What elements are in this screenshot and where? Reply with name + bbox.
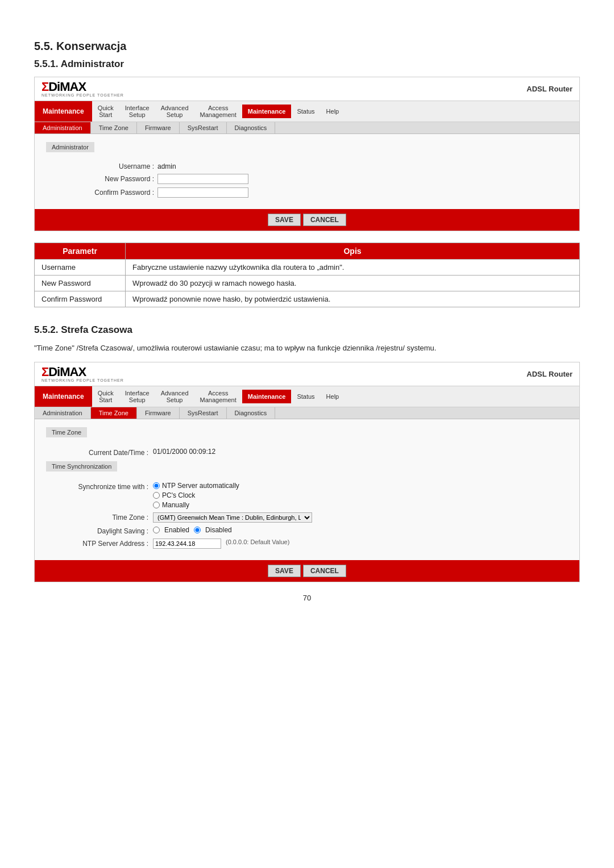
tz-nav-maintenance-label[interactable]: Maintenance bbox=[35, 386, 92, 407]
tz-sub-nav-administration[interactable]: Administration bbox=[35, 407, 91, 419]
nav-advanced-bottom: Setup bbox=[161, 111, 189, 118]
nav-advanced-top: Advanced bbox=[161, 105, 189, 111]
tz-daylight-enabled-radio[interactable] bbox=[153, 527, 160, 533]
tz-sync-radio-group: NTP Server automatically PC's Clock Manu… bbox=[153, 482, 239, 509]
logo-sub: NETWORKING PEOPLE TOGETHER bbox=[42, 93, 124, 97]
nav-items: Quick Start Interface Setup Advanced Set… bbox=[92, 101, 579, 122]
tz-daylight-disabled-label: Disabled bbox=[205, 526, 232, 534]
sub-nav-time-zone[interactable]: Time Zone bbox=[91, 122, 137, 133]
tz-timezone-label: Time Zone : bbox=[57, 512, 148, 521]
section-heading-55: 5.5. Konserwacja bbox=[34, 40, 580, 53]
sub-nav-firmware[interactable]: Firmware bbox=[137, 122, 180, 133]
tz-logo-sub: NETWORKING PEOPLE TOGETHER bbox=[42, 378, 124, 382]
tz-adsl-label: ADSL Router bbox=[526, 370, 572, 378]
admin-section-label: Administrator bbox=[46, 142, 94, 152]
nav-status-top: Status bbox=[297, 108, 314, 115]
tz-timezone-row: Time Zone : (GMT) Greenwich Mean Time : … bbox=[57, 512, 568, 523]
nav-maintenance-label[interactable]: Maintenance bbox=[35, 101, 92, 122]
tz-logo-sigma: Σ bbox=[42, 365, 48, 379]
nav-maintenance[interactable]: Maintenance bbox=[242, 105, 292, 118]
tz-nav-interface-setup[interactable]: Interface Setup bbox=[119, 386, 155, 407]
confirm-password-row: Confirm Password : bbox=[80, 187, 568, 198]
new-password-row: New Password : bbox=[80, 174, 568, 184]
param-confirm-password: Confirm Password bbox=[35, 291, 126, 307]
tz-ntp-label: NTP Server automatically bbox=[162, 482, 239, 490]
tz-pc-clock-label: PC's Clock bbox=[162, 491, 195, 499]
tz-manually-radio[interactable] bbox=[153, 502, 160, 508]
edimax-logo: ΣDiMAX NETWORKING PEOPLE TOGETHER bbox=[42, 81, 124, 97]
tz-timezone-select[interactable]: (GMT) Greenwich Mean Time : Dublin, Edin… bbox=[153, 512, 312, 523]
tz-logo-main: ΣDiMAX bbox=[42, 366, 124, 378]
tz-daylight-label: Daylight Saving : bbox=[57, 526, 148, 535]
nav-status[interactable]: Status bbox=[291, 105, 320, 118]
admin-nav-bar: Maintenance Quick Start Interface Setup … bbox=[35, 101, 579, 122]
tz-ntp-radio[interactable] bbox=[153, 482, 160, 489]
table-row: Username Fabryczne ustawienie nazwy użyt… bbox=[35, 260, 580, 276]
tz-cancel-button[interactable]: CANCEL bbox=[303, 565, 346, 577]
tz-sub-nav-time-zone[interactable]: Time Zone bbox=[91, 407, 137, 419]
tz-daylight-row: Daylight Saving : Enabled Disabled bbox=[57, 526, 568, 535]
tz-current-datetime-label: Current Date/Time : bbox=[57, 448, 148, 457]
admin-panel-body: Administrator Username : admin New Passw… bbox=[35, 134, 579, 209]
timezone-router-panel: ΣDiMAX NETWORKING PEOPLE TOGETHER ADSL R… bbox=[34, 362, 580, 582]
admin-button-bar: SAVE CANCEL bbox=[35, 209, 579, 231]
nav-quick-start-top: Quick bbox=[98, 105, 114, 111]
admin-sub-nav: Administration Time Zone Firmware SysRes… bbox=[35, 122, 579, 134]
tz-router-header: ΣDiMAX NETWORKING PEOPLE TOGETHER ADSL R… bbox=[35, 362, 579, 386]
tz-section-label: Time Zone bbox=[46, 427, 87, 437]
admin-cancel-button[interactable]: CANCEL bbox=[303, 214, 346, 226]
username-value: admin bbox=[157, 162, 176, 170]
nav-help[interactable]: Help bbox=[321, 105, 345, 118]
nav-advanced-setup[interactable]: Advanced Setup bbox=[155, 101, 194, 122]
confirm-password-input[interactable] bbox=[157, 187, 248, 198]
tz-sub-nav-firmware[interactable]: Firmware bbox=[137, 407, 180, 419]
sub-nav-sysrestart[interactable]: SysRestart bbox=[180, 122, 227, 133]
logo-main: ΣDiMAX bbox=[42, 81, 124, 93]
admin-desc-table: Parametr Opis Username Fabryczne ustawie… bbox=[34, 243, 580, 307]
tz-section-label-wrapper: Time Zone bbox=[46, 427, 568, 443]
tz-nav-access-management[interactable]: Access Management bbox=[194, 386, 242, 407]
section-heading-552: 5.5.2. Strefa Czasowa bbox=[34, 324, 580, 336]
nav-maintenance-top: Maintenance bbox=[248, 108, 286, 115]
tz-nav-quick-start[interactable]: Quick Start bbox=[92, 386, 119, 407]
tz-pc-clock-radio[interactable] bbox=[153, 492, 160, 499]
adsl-label: ADSL Router bbox=[526, 85, 572, 93]
tz-current-datetime-row: Current Date/Time : 01/01/2000 00:09:12 bbox=[57, 448, 568, 457]
admin-save-button[interactable]: SAVE bbox=[268, 214, 301, 226]
new-password-input[interactable] bbox=[157, 174, 248, 184]
tz-edimax-logo: ΣDiMAX NETWORKING PEOPLE TOGETHER bbox=[42, 366, 124, 382]
section-552-description: "Time Zone" /Strefa Czasowa/, umożliwia … bbox=[34, 343, 580, 354]
admin-router-panel: ΣDiMAX NETWORKING PEOPLE TOGETHER ADSL R… bbox=[34, 77, 580, 231]
section-heading-551: 5.5.1. Administrator bbox=[34, 59, 580, 70]
tz-sub-nav: Administration Time Zone Firmware SysRes… bbox=[35, 407, 579, 419]
nav-interface-setup[interactable]: Interface Setup bbox=[119, 101, 155, 122]
tz-manually-label: Manually bbox=[162, 501, 189, 509]
tz-sync-label: Time Synchronization bbox=[46, 461, 117, 471]
param-new-password: New Password bbox=[35, 276, 126, 291]
tz-nav-maintenance[interactable]: Maintenance bbox=[242, 390, 292, 403]
tz-ntp-radio-row: NTP Server automatically bbox=[153, 482, 239, 490]
router-header: ΣDiMAX NETWORKING PEOPLE TOGETHER ADSL R… bbox=[35, 77, 579, 101]
tz-nav-status[interactable]: Status bbox=[291, 390, 320, 403]
tz-save-button[interactable]: SAVE bbox=[268, 565, 301, 577]
tz-sub-nav-diagnostics[interactable]: Diagnostics bbox=[227, 407, 276, 419]
nav-help-top: Help bbox=[326, 108, 339, 115]
sub-nav-administration[interactable]: Administration bbox=[35, 122, 91, 133]
tz-panel-body: Time Zone Current Date/Time : 01/01/2000… bbox=[35, 419, 579, 560]
tz-daylight-disabled-radio[interactable] bbox=[194, 527, 201, 533]
tz-ntp-server-label: NTP Server Address : bbox=[57, 539, 148, 548]
tz-daylight-enabled-label: Enabled bbox=[164, 526, 189, 534]
tz-ntp-server-input[interactable] bbox=[153, 539, 221, 549]
nav-quick-start-bottom: Start bbox=[98, 111, 114, 118]
tz-nav-help[interactable]: Help bbox=[321, 390, 345, 403]
param-username: Username bbox=[35, 260, 126, 276]
username-row: Username : admin bbox=[80, 162, 568, 170]
tz-current-datetime-value: 01/01/2000 00:09:12 bbox=[153, 448, 215, 456]
tz-nav-advanced-setup[interactable]: Advanced Setup bbox=[155, 386, 194, 407]
tz-nav-bar: Maintenance Quick Start Interface Setup … bbox=[35, 386, 579, 407]
nav-quick-start[interactable]: Quick Start bbox=[92, 101, 119, 122]
tz-sub-nav-sysrestart[interactable]: SysRestart bbox=[180, 407, 227, 419]
tz-manually-radio-row: Manually bbox=[153, 501, 239, 509]
nav-access-management[interactable]: Access Management bbox=[194, 101, 242, 122]
sub-nav-diagnostics[interactable]: Diagnostics bbox=[227, 122, 276, 133]
